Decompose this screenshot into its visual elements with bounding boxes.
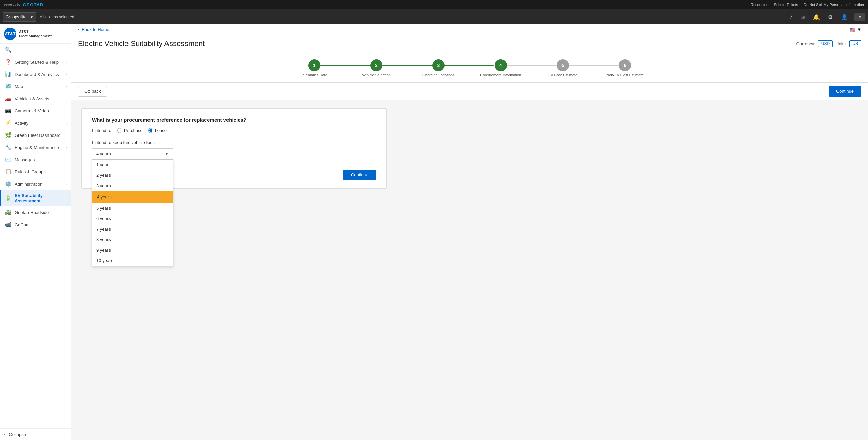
sidebar-navigation: 🔍 ❓ Getting Started & Help › 📊 Dashboard… [0,44,71,428]
content-header: < Back to Home 🇺🇸 ▼ [71,24,868,35]
flag-button[interactable]: 🇺🇸 ▼ [850,27,861,32]
sidebar-item-admin[interactable]: ⚙️ Administration › [0,178,71,190]
form-card: What is your procurement preference for … [81,108,387,189]
years-dropdown-value: 4 years [96,151,111,156]
sidebar-item-ev-suitability[interactable]: 🔋 EV Suitability Assessment [0,190,71,206]
option-7-years[interactable]: 7 years [92,224,173,234]
purchase-radio[interactable] [117,128,122,133]
logo-line2: Fleet Management [19,34,52,38]
sidebar-item-geotab-roadside[interactable]: 🛣️ Geotab Roadside [0,206,71,218]
option-8-years[interactable]: 8 years [92,234,173,245]
step-1: 1 Telematics Data [283,59,345,77]
chevron-icon: › [66,146,67,149]
option-3-years[interactable]: 3 years [92,181,173,191]
resources-link[interactable]: Resources [751,3,769,7]
user-icon[interactable]: 👤 [840,13,849,22]
step-5: 5 EV Cost Estimate [532,59,594,77]
option-5-years[interactable]: 5 years [92,203,173,213]
sidebar-item-vehicles[interactable]: 🚗 Vehicles & Assets [0,92,71,105]
sidebar-item-search[interactable]: 🔍 [0,44,71,56]
brand-area: Powered by GEOTAB [4,2,43,7]
step-1-label: Telematics Data [301,73,328,77]
search-icon: 🔍 [5,47,11,53]
back-to-home-link[interactable]: < Back to Home [78,27,110,32]
sidebar-item-green-fleet[interactable]: 🌿 Green Fleet Dashboard [0,129,71,141]
step-2-circle: 2 [370,59,382,71]
settings-icon[interactable]: ⚙ [827,13,834,22]
sidebar-item-messages[interactable]: ✉️ Messages [0,153,71,166]
intent-row: I intend to: Purchase Lease [92,128,376,133]
sidebar-item-label: Map [15,84,23,89]
sidebar-item-rules[interactable]: 📋 Rules & Groups › [0,166,71,178]
lease-option[interactable]: Lease [148,128,167,133]
sidebar: AT&T AT&T Fleet Management 🔍 ❓ Getting S… [0,24,71,440]
flag-emoji: 🇺🇸 [850,27,855,32]
sidebar-item-label: Dashboard & Analytics [15,72,59,77]
sidebar-item-label: Administration [15,182,42,187]
bell-icon[interactable]: 🔔 [812,13,821,22]
action-bar: Go back Continue [71,83,868,100]
units-value[interactable]: US [849,40,861,47]
option-2-years[interactable]: 2 years [92,170,173,181]
purchase-option[interactable]: Purchase [117,128,143,133]
brand-logo: GEOTAB [23,2,44,7]
sidebar-item-label: Geotab Roadside [15,210,49,215]
step-4-circle: 4 [495,59,507,71]
powered-by-label: Powered by [4,3,20,6]
page-title: Electric Vehicle Suitability Assessment [78,39,205,48]
chevron-icon: › [66,109,67,113]
sidebar-item-activity[interactable]: ⚡ Activity › [0,117,71,129]
sidebar-item-label: Messages [15,157,35,162]
sidebar-item-cameras[interactable]: 📷 Cameras & Video › [0,105,71,117]
chevron-icon: › [66,121,67,125]
rules-icon: 📋 [5,169,11,175]
groups-filter-button[interactable]: Groups filter ▼ [3,12,36,22]
collapse-button[interactable]: ‹ Collapse [0,428,71,440]
step-6: 6 Non-EV Cost Estimate [594,59,656,77]
step-3-label: Charging Locations [422,73,455,77]
all-groups-label: All groups selected [40,15,74,19]
chevron-icon: › [66,170,67,174]
step-3-circle: 3 [432,59,445,71]
sidebar-item-label: Rules & Groups [15,169,46,174]
go-back-button[interactable]: Go back [78,86,107,97]
continue-button-top[interactable]: Continue [829,86,861,97]
option-4-years[interactable]: 4 years [92,191,173,203]
option-10-years[interactable]: 10 years [92,255,173,266]
stepper-bar: 1 Telematics Data 2 Vehicle Selection 3 … [71,54,868,83]
page-title-bar: Electric Vehicle Suitability Assessment … [71,35,868,54]
user-dropdown-icon[interactable]: ▼ [854,13,865,21]
currency-value[interactable]: USD [818,40,833,47]
mail-icon[interactable]: ✉ [799,13,806,22]
chevron-icon: › [66,182,67,186]
content-area: < Back to Home 🇺🇸 ▼ Electric Vehicle Sui… [71,24,868,440]
submit-tickets-link[interactable]: Submit Tickets [774,3,798,7]
sidebar-item-map[interactable]: 🗺️ Map › [0,80,71,92]
groups-filter-chevron-icon: ▼ [30,15,33,19]
admin-icon: ⚙️ [5,181,11,187]
continue-button-bottom[interactable]: Continue [343,170,376,180]
sidebar-item-label: EV Suitability Assessment [15,193,67,203]
help-icon[interactable]: ? [788,13,794,21]
sidebar-item-gocam[interactable]: 📹 GoCam+ [0,218,71,231]
option-1-year[interactable]: 1 year [92,160,173,170]
sidebar-item-dashboard[interactable]: 📊 Dashboard & Analytics › [0,68,71,80]
engine-icon: 🔧 [5,144,11,150]
lease-radio[interactable] [148,128,153,133]
main-scroll: What is your procurement preference for … [71,100,868,440]
logo-line1: AT&T [19,29,52,34]
years-dropdown-trigger[interactable]: 4 years ▼ [92,148,173,160]
top-bar-links: Resources Submit Tickets Do Not Sell My … [751,3,864,7]
option-9-years[interactable]: 9 years [92,245,173,255]
option-6-years[interactable]: 6 years [92,213,173,224]
step-6-label: Non-EV Cost Estimate [606,73,644,77]
step-5-label: EV Cost Estimate [548,73,577,77]
years-dropdown-wrapper: 4 years ▼ 1 year 2 years 3 years 4 years… [92,148,173,160]
units-label: Units: [835,41,847,46]
sidebar-item-getting-started[interactable]: ❓ Getting Started & Help › [0,56,71,68]
sidebar-item-engine[interactable]: 🔧 Engine & Maintenance › [0,141,71,153]
do-not-sell-link[interactable]: Do Not Sell My Personal Information [804,3,864,7]
sidebar-item-label: Vehicles & Assets [15,96,50,101]
logo-avatar: AT&T [4,28,16,40]
chevron-icon: › [66,85,67,88]
